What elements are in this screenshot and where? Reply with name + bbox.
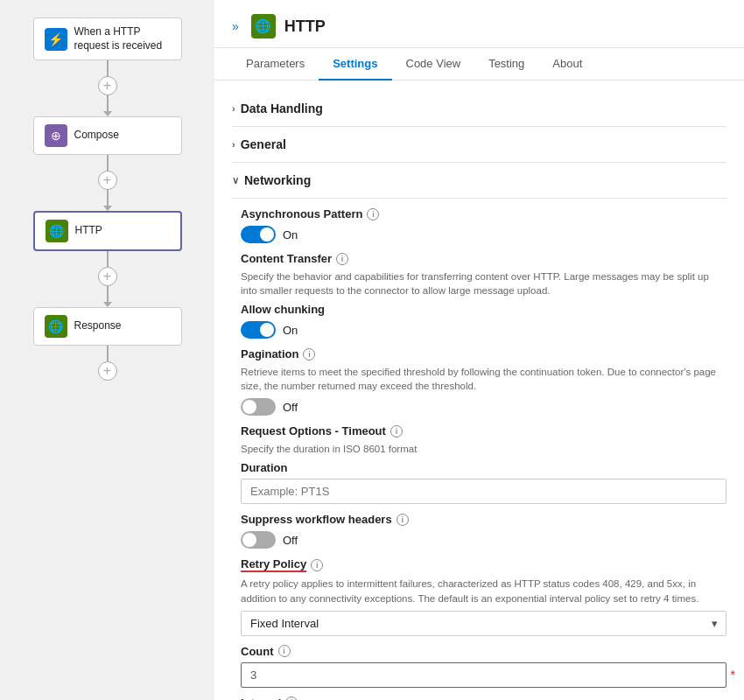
section-header-data-handling[interactable]: › Data Handling xyxy=(232,94,726,122)
panel-content: › Data Handling › General ∨ Networking xyxy=(214,80,744,700)
flow-line xyxy=(107,251,109,267)
tab-codeview[interactable]: Code View xyxy=(392,48,475,80)
field-label-content-transfer: Content Transfer i xyxy=(241,252,726,265)
networking-content: Asynchronous Pattern i On Content Transf… xyxy=(232,207,726,700)
toggle-label-content-transfer: On xyxy=(283,324,298,337)
field-sublabel-content-transfer: Allow chunking xyxy=(241,303,726,316)
add-step-4[interactable]: + xyxy=(98,361,117,381)
label-text-async-pattern: Asynchronous Pattern xyxy=(241,207,362,220)
add-step-2[interactable]: + xyxy=(98,171,117,190)
label-text-content-transfer: Content Transfer xyxy=(241,252,332,265)
field-label-count: Count i xyxy=(241,645,726,658)
flow-line xyxy=(107,190,109,206)
section-label-networking: Networking xyxy=(244,173,311,187)
toggle-thumb xyxy=(260,323,274,337)
tab-bar: Parameters Settings Code View Testing Ab… xyxy=(214,48,744,80)
toggle-suppress-headers[interactable] xyxy=(241,531,276,549)
toggle-thumb xyxy=(242,400,256,414)
section-header-networking[interactable]: ∨ Networking xyxy=(232,166,726,194)
section-networking: ∨ Networking Asynchronous Pattern i On xyxy=(232,166,726,700)
chevron-icon-general: › xyxy=(232,139,235,150)
connector-4: + xyxy=(98,346,117,381)
field-pagination: Pagination i Retrieve items to meet the … xyxy=(241,347,726,416)
desc-pagination: Retrieve items to meet the specified thr… xyxy=(241,365,726,393)
toggle-row-async-pattern: On xyxy=(241,226,726,243)
field-suppress-headers: Suppress workflow headers i Off xyxy=(241,513,726,549)
info-icon-content-transfer[interactable]: i xyxy=(336,253,348,265)
toggle-label-pagination: Off xyxy=(283,401,298,414)
field-request-timeout: Request Options - Timeout i Specify the … xyxy=(241,424,726,504)
add-step-3[interactable]: + xyxy=(98,267,117,286)
panel-header: » 🌐 HTTP xyxy=(214,0,744,48)
flow-line xyxy=(107,286,109,302)
toggle-pagination[interactable] xyxy=(241,398,276,416)
input-duration[interactable] xyxy=(241,479,726,504)
connector-2: + xyxy=(98,155,117,211)
desc-retry-policy: A retry policy applies to intermittent f… xyxy=(241,577,726,605)
toggle-thumb xyxy=(260,228,274,242)
label-text-retry-policy: Retry Policy xyxy=(241,557,306,572)
toggle-thumb xyxy=(242,533,256,547)
panel-title: HTTP xyxy=(284,18,326,36)
section-label-general: General xyxy=(241,137,286,151)
node-icon-http: 🌐 xyxy=(46,220,68,242)
node-http-trigger[interactable]: ⚡ When a HTTP request is received xyxy=(33,18,182,60)
label-text-request-timeout: Request Options - Timeout xyxy=(241,424,386,438)
desc-content-transfer: Specify the behavior and capabilities fo… xyxy=(241,270,726,298)
node-icon-http-trigger: ⚡ xyxy=(45,28,67,51)
divider xyxy=(232,126,726,127)
flow-panel: ⚡ When a HTTP request is received + ⊕ Co… xyxy=(0,0,214,700)
toggle-row-content-transfer: On xyxy=(241,321,726,339)
section-general: › General xyxy=(232,130,726,163)
input-wrapper-duration xyxy=(241,479,726,504)
field-retry-policy: Retry Policy i A retry policy applies to… xyxy=(241,557,726,700)
tab-testing[interactable]: Testing xyxy=(474,48,538,80)
section-header-general[interactable]: › General xyxy=(232,130,726,158)
flow-line xyxy=(107,155,109,171)
divider xyxy=(232,162,726,163)
field-label-pagination: Pagination i xyxy=(241,347,726,360)
node-icon-response: 🌐 xyxy=(45,315,67,338)
input-wrapper-count: * xyxy=(241,662,726,688)
info-icon-count[interactable]: i xyxy=(278,645,291,657)
tab-about[interactable]: About xyxy=(538,48,596,80)
field-label-retry-policy: Retry Policy i xyxy=(241,557,726,572)
flow-line xyxy=(107,60,109,76)
section-label-data-handling: Data Handling xyxy=(241,102,323,116)
node-response[interactable]: 🌐 Response xyxy=(33,307,182,346)
toggle-content-transfer[interactable] xyxy=(241,321,276,339)
divider xyxy=(232,198,726,199)
collapse-button[interactable]: » xyxy=(232,19,239,33)
field-label-request-timeout: Request Options - Timeout i xyxy=(241,424,726,438)
info-icon-suppress-headers[interactable]: i xyxy=(397,514,409,526)
field-label-interval: Interval i xyxy=(241,696,726,700)
connector-3: + xyxy=(98,251,117,307)
select-wrapper-retry-policy: None Default Fixed Interval Exponential … xyxy=(241,611,726,636)
tab-parameters[interactable]: Parameters xyxy=(232,48,319,80)
tab-settings[interactable]: Settings xyxy=(319,48,391,80)
field-label-duration: Duration xyxy=(241,461,726,474)
node-http[interactable]: 🌐 HTTP xyxy=(33,211,182,251)
toggle-label-async-pattern: On xyxy=(283,228,298,242)
label-text-count: Count xyxy=(241,645,274,658)
info-icon-request-timeout[interactable]: i xyxy=(390,425,403,438)
label-text-duration: Duration xyxy=(241,461,287,474)
toggle-async-pattern[interactable] xyxy=(241,226,276,243)
label-text-interval: Interval xyxy=(241,696,281,700)
info-icon-async-pattern[interactable]: i xyxy=(367,208,379,220)
info-icon-retry-policy[interactable]: i xyxy=(311,559,323,571)
input-count[interactable] xyxy=(241,662,726,688)
settings-panel: » 🌐 HTTP Parameters Settings Code View T… xyxy=(214,0,744,700)
label-text-suppress-headers: Suppress workflow headers xyxy=(241,513,392,526)
select-retry-policy[interactable]: None Default Fixed Interval Exponential … xyxy=(241,611,726,636)
toggle-row-suppress-headers: Off xyxy=(241,531,726,549)
node-label-http-trigger: When a HTTP request is received xyxy=(74,25,171,52)
info-icon-pagination[interactable]: i xyxy=(303,348,315,360)
toggle-row-pagination: Off xyxy=(241,398,726,416)
desc-request-timeout: Specify the duration in ISO 8601 format xyxy=(241,442,726,456)
info-icon-interval[interactable]: i xyxy=(285,696,298,700)
node-compose[interactable]: ⊕ Compose xyxy=(33,116,182,155)
required-star-count: * xyxy=(731,668,735,682)
sublabel-text-content-transfer: Allow chunking xyxy=(241,303,325,316)
add-step-1[interactable]: + xyxy=(98,76,117,95)
